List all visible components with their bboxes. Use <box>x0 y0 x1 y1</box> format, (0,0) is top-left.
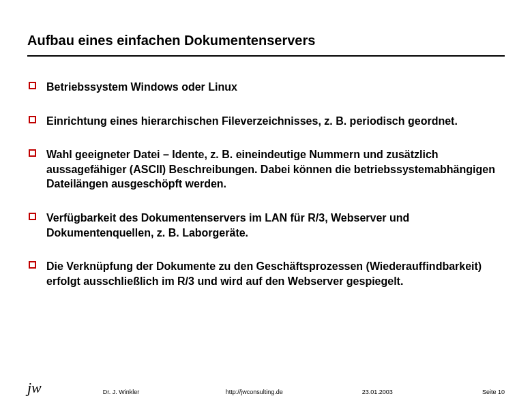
logo: jw <box>27 380 42 395</box>
bullet-text: Betriebssystem Windows oder Linux <box>46 81 237 93</box>
list-item: Verfügbarkeit des Dokumentenservers im L… <box>27 211 505 240</box>
title-divider <box>27 55 505 57</box>
bullet-list: Betriebssystem Windows oder Linux Einric… <box>27 80 505 288</box>
slide-title: Aufbau eines einfachen Dokumentenservers <box>27 33 505 48</box>
square-bullet-icon <box>29 82 36 89</box>
square-bullet-icon <box>29 213 36 220</box>
square-bullet-icon <box>29 116 36 123</box>
list-item: Einrichtung eines hierarchischen Filever… <box>27 114 505 129</box>
list-item: Betriebssystem Windows oder Linux <box>27 80 505 95</box>
slide: Aufbau eines einfachen Dokumentenservers… <box>0 0 532 288</box>
list-item: Wahl geeigneter Datei – Idente, z. B. ei… <box>27 147 505 192</box>
square-bullet-icon <box>29 149 36 157</box>
bullet-text: Einrichtung eines hierarchischen Filever… <box>46 115 458 127</box>
footer-date: 23.01.2003 <box>362 389 464 395</box>
footer-url: http://jwconsulting.de <box>226 389 362 395</box>
list-item: Die Verknüpfung der Dokumente zu den Ges… <box>27 259 505 288</box>
bullet-text: Wahl geeigneter Datei – Idente, z. B. ei… <box>46 149 495 190</box>
footer-author: Dr. J. Winkler <box>103 389 226 395</box>
bullet-text: Die Verknüpfung der Dokumente zu den Ges… <box>46 260 482 287</box>
bullet-text: Verfügbarkeit des Dokumentenservers im L… <box>46 212 409 239</box>
square-bullet-icon <box>29 261 36 269</box>
footer-page: Seite 10 <box>482 389 505 395</box>
footer: jw Dr. J. Winkler http://jwconsulting.de… <box>0 380 532 395</box>
